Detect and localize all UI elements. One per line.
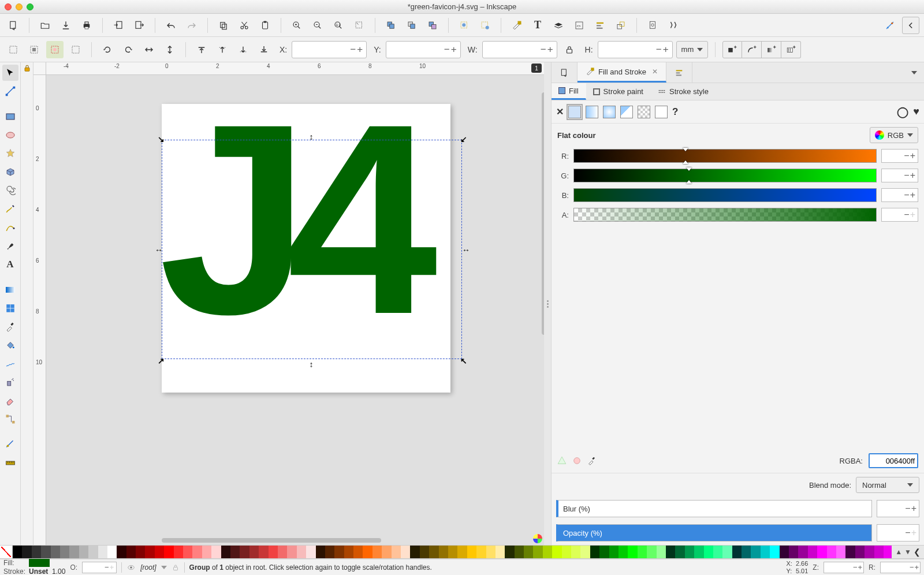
rectangle-tool[interactable] — [2, 109, 18, 125]
document-properties-button[interactable] — [644, 17, 661, 34]
swatch[interactable] — [865, 546, 874, 558]
layer-name[interactable]: [root] — [140, 563, 156, 572]
affect-pattern-button[interactable] — [781, 41, 801, 58]
subtab-stroke-paint[interactable]: Stroke paint — [586, 83, 651, 100]
invert-selection-button[interactable] — [67, 41, 84, 58]
x-input[interactable]: -0.001 −+ — [292, 41, 367, 58]
selector-tool[interactable] — [2, 65, 18, 81]
unit-select[interactable]: mm — [676, 41, 709, 58]
deselect-button[interactable] — [46, 41, 64, 58]
zoom-in-button[interactable] — [288, 17, 305, 34]
star-tool[interactable] — [2, 145, 18, 162]
swatch[interactable] — [467, 546, 476, 558]
minus-icon[interactable]: − — [444, 44, 450, 55]
a-value[interactable]: 100−+ — [881, 208, 918, 222]
rotate-ccw-button[interactable] — [99, 41, 116, 58]
swatch[interactable] — [713, 546, 722, 558]
swatch[interactable] — [515, 546, 524, 558]
flip-horizontal-button[interactable] — [140, 41, 158, 58]
undo-button[interactable] — [162, 17, 180, 34]
swatch[interactable] — [287, 546, 296, 558]
swatch[interactable] — [107, 546, 117, 558]
ellipse-tool[interactable] — [2, 127, 18, 143]
fill-swatch[interactable] — [29, 559, 50, 567]
flip-vertical-button[interactable] — [161, 41, 178, 58]
r-slider[interactable] — [573, 149, 877, 163]
swatch[interactable] — [647, 546, 656, 558]
swatch[interactable] — [60, 546, 69, 558]
palette-menu-icon[interactable]: ❮ — [914, 547, 921, 557]
affect-gradient-button[interactable] — [762, 41, 781, 58]
no-fill-swatch[interactable] — [0, 546, 13, 558]
selection-box[interactable] — [162, 140, 462, 359]
swatch[interactable] — [316, 546, 325, 558]
duplicate-button[interactable] — [382, 17, 400, 34]
swatch[interactable] — [476, 546, 486, 558]
calligraphy-tool[interactable] — [2, 238, 18, 254]
mesh-tool[interactable] — [2, 300, 18, 316]
connector-tool[interactable] — [2, 411, 18, 427]
swatch[interactable] — [145, 546, 154, 558]
clone-button[interactable] — [403, 17, 420, 34]
swatch[interactable] — [259, 546, 268, 558]
swatch[interactable] — [884, 546, 892, 558]
affect-corners-button[interactable] — [742, 41, 762, 58]
swatch[interactable] — [628, 546, 637, 558]
node-tool[interactable] — [2, 83, 18, 99]
linear-gradient-button[interactable] — [586, 106, 598, 118]
swatch[interactable] — [41, 546, 50, 558]
palette-down-icon[interactable]: ▼ — [904, 548, 911, 556]
swatch[interactable] — [325, 546, 334, 558]
swatch[interactable] — [808, 546, 817, 558]
eraser-tool[interactable] — [2, 393, 18, 409]
swatch[interactable] — [334, 546, 344, 558]
swatch[interactable] — [543, 546, 552, 558]
export-button[interactable] — [131, 17, 148, 34]
swatch[interactable] — [685, 546, 694, 558]
preferences-button[interactable] — [665, 17, 682, 34]
resize-handle-n[interactable]: ↕ — [307, 133, 315, 141]
swatch[interactable] — [562, 546, 571, 558]
tweak-tool[interactable] — [2, 356, 18, 372]
swatch[interactable] — [269, 546, 278, 558]
swatch[interactable] — [51, 546, 60, 558]
swatch[interactable] — [770, 546, 779, 558]
spiral-tool[interactable] — [2, 182, 18, 199]
select-all-button[interactable] — [25, 41, 43, 58]
copy-button[interactable] — [215, 17, 232, 34]
swatch[interactable] — [353, 546, 363, 558]
swatch[interactable] — [486, 546, 495, 558]
horizontal-scrollbar[interactable] — [162, 538, 381, 543]
swatch[interactable] — [32, 546, 41, 558]
swatch[interactable] — [836, 546, 845, 558]
dock-expand-button[interactable] — [904, 62, 924, 83]
cut-button[interactable] — [236, 17, 253, 34]
redo-button[interactable] — [183, 17, 200, 34]
lower-button[interactable] — [234, 41, 252, 58]
fill-stroke-dialog-button[interactable] — [508, 17, 526, 34]
new-document-button[interactable] — [5, 17, 22, 34]
swatch[interactable] — [98, 546, 107, 558]
swatch[interactable] — [742, 546, 751, 558]
b-value[interactable]: 0−+ — [881, 188, 918, 202]
swatch[interactable] — [174, 546, 183, 558]
layer-indicator[interactable]: 1 — [531, 64, 542, 73]
color-profile-icon[interactable] — [532, 533, 543, 544]
swatch[interactable] — [22, 546, 31, 558]
swatch[interactable] — [155, 546, 164, 558]
y-input[interactable]: 1.592 −+ — [386, 41, 461, 58]
swatch[interactable] — [657, 546, 666, 558]
import-button[interactable] — [110, 17, 127, 34]
swatch[interactable] — [874, 546, 884, 558]
swatch[interactable] — [619, 546, 628, 558]
dock-tab-new[interactable] — [552, 62, 578, 83]
palette-swatches[interactable] — [13, 546, 892, 558]
swatch[interactable] — [495, 546, 505, 558]
swatch[interactable] — [278, 546, 287, 558]
zoom-input[interactable]: 1004%−+ — [824, 562, 864, 573]
swatch[interactable] — [789, 546, 798, 558]
gradient-tool[interactable] — [2, 282, 18, 298]
fill-rule-icon[interactable]: ♥ — [913, 106, 919, 118]
swatch[interactable] — [136, 546, 145, 558]
opacity-value[interactable]: 100.0−+ — [877, 524, 919, 542]
